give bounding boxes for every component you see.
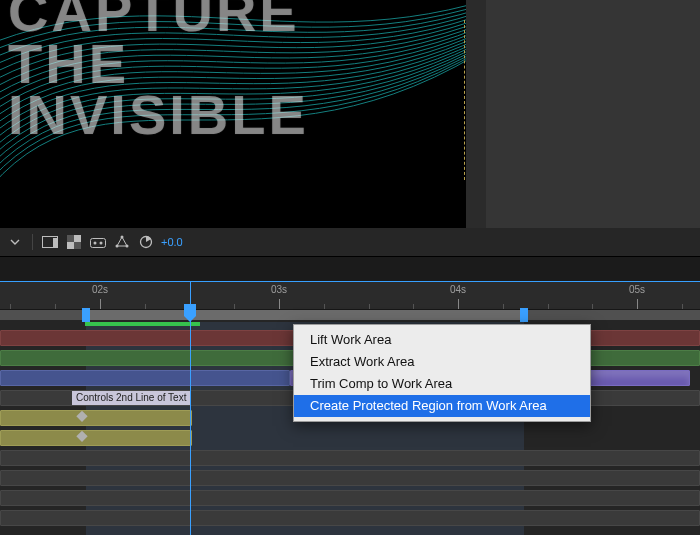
- work-area-end-handle[interactable]: [520, 308, 528, 322]
- side-panel: [466, 0, 700, 228]
- composition-preview[interactable]: CAPTURE THE INVISIBLE: [0, 0, 466, 228]
- menu-item-trim-comp[interactable]: Trim Comp to Work Area: [294, 373, 590, 395]
- transparency-grid-icon[interactable]: [65, 233, 83, 251]
- tick-label: 02s: [92, 284, 108, 295]
- preview-toolbar: +0.0: [0, 228, 700, 256]
- svg-point-7: [100, 242, 103, 245]
- exposure-value[interactable]: +0.0: [161, 236, 183, 248]
- svg-rect-5: [91, 239, 106, 248]
- menu-item-lift-work-area[interactable]: Lift Work Area: [294, 329, 590, 351]
- work-area-context-menu: Lift Work Area Extract Work Area Trim Co…: [293, 324, 591, 422]
- svg-rect-1: [53, 238, 58, 247]
- mask-icon[interactable]: [89, 233, 107, 251]
- playhead-handle[interactable]: [184, 304, 196, 316]
- timeline-panel[interactable]: 02s 03s 04s 05s: [0, 282, 700, 535]
- svg-rect-4: [74, 242, 81, 249]
- layer-row[interactable]: [0, 448, 700, 468]
- 3d-view-icon[interactable]: [113, 233, 131, 251]
- tick-label: 03s: [271, 284, 287, 295]
- layer-row[interactable]: [0, 488, 700, 508]
- menu-item-extract-work-area[interactable]: Extract Work Area: [294, 351, 590, 373]
- work-area-start-handle[interactable]: [82, 308, 90, 322]
- menu-item-create-protected-region[interactable]: Create Protected Region from Work Area: [294, 395, 590, 417]
- svg-rect-3: [67, 235, 74, 242]
- playhead[interactable]: [190, 282, 191, 535]
- layer-label[interactable]: Controls 2nd Line of Text: [72, 391, 190, 405]
- cache-indicator: [85, 322, 200, 326]
- layer-row[interactable]: [0, 508, 700, 528]
- time-ruler[interactable]: 02s 03s 04s 05s: [0, 282, 700, 310]
- work-area-outside: [0, 310, 86, 320]
- snapshot-icon[interactable]: [41, 233, 59, 251]
- panel-divider: [0, 256, 700, 282]
- layer-row[interactable]: [0, 428, 700, 448]
- tick-label: 05s: [629, 284, 645, 295]
- work-area-outside: [524, 310, 700, 320]
- tick-label: 04s: [450, 284, 466, 295]
- svg-point-6: [94, 242, 97, 245]
- dropdown-icon[interactable]: [6, 233, 24, 251]
- layer-row[interactable]: [0, 468, 700, 488]
- render-settings-icon[interactable]: [137, 233, 155, 251]
- preview-title-text: CAPTURE THE INVISIBLE: [8, 0, 466, 141]
- work-area-bar[interactable]: [86, 310, 524, 320]
